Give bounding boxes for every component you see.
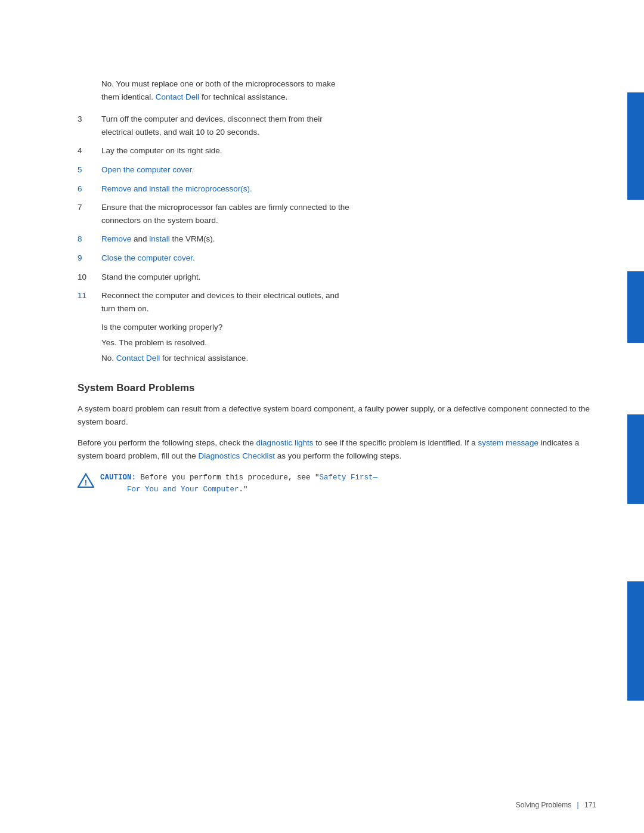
caution-icon: ! — [78, 472, 94, 489]
step-text-5: Open the computer cover. — [101, 163, 596, 176]
intro-paragraph: No. You must replace one or both of the … — [101, 78, 596, 103]
contact-dell-link-1[interactable]: Contact Dell — [156, 92, 200, 101]
qa-yes: Yes. The problem is resolved. — [101, 336, 596, 349]
step-num-9: 9 — [78, 252, 101, 265]
step-text-7: Ensure that the microprocessor fan cable… — [101, 201, 596, 227]
footer-section: Solving Problems — [516, 801, 571, 809]
sidebar-block-2 — [627, 271, 644, 343]
main-content: No. You must replace one or both of the … — [78, 78, 596, 833]
footer-page: 171 — [584, 801, 596, 809]
install-link[interactable]: install — [149, 234, 170, 243]
step-10: 10 Stand the computer upright. — [78, 271, 596, 284]
sidebar-block-3 — [627, 414, 644, 504]
system-message-link[interactable]: system message — [478, 438, 538, 447]
qa-block: Is the computer working properly? Yes. T… — [101, 321, 596, 364]
step-num-3: 3 — [78, 113, 101, 138]
close-computer-cover-link[interactable]: Close the computer cover. — [101, 253, 195, 262]
step-text-11: Reconnect the computer and devices to th… — [101, 289, 596, 315]
intro-line2-prefix: them identical. — [101, 92, 156, 101]
step-num-11: 11 — [78, 289, 101, 315]
caution-body: Before you perform this procedure, see "… — [100, 473, 377, 494]
open-computer-cover-link[interactable]: Open the computer cover. — [101, 165, 194, 174]
qa-no: No. Contact Dell for technical assistanc… — [101, 352, 596, 365]
remove-install-microprocessor-link[interactable]: Remove and install the microprocessor(s)… — [101, 184, 252, 193]
caution-label: CAUTION: — [100, 473, 136, 482]
section-para2: Before you perform the following steps, … — [78, 436, 596, 462]
step-text-8: Remove and install the VRM(s). — [101, 233, 596, 246]
intro-line2-suffix: for technical assistance. — [199, 92, 287, 101]
step-9: 9 Close the computer cover. — [78, 252, 596, 265]
sidebar-block-1 — [627, 92, 644, 200]
step-11: 11 Reconnect the computer and devices to… — [78, 289, 596, 315]
step-text-6: Remove and install the microprocessor(s)… — [101, 182, 596, 196]
diagnostic-lights-link[interactable]: diagnostic lights — [256, 438, 313, 447]
qa-question: Is the computer working properly? — [101, 321, 596, 334]
section-para1: A system board problem can result from a… — [78, 402, 596, 428]
step-num-4: 4 — [78, 144, 101, 157]
svg-text:!: ! — [85, 478, 87, 487]
page-footer: Solving Problems | 171 — [516, 801, 596, 809]
safety-first-link[interactable]: Safety First— For You and Your Computer — [100, 473, 377, 494]
step-num-5: 5 — [78, 163, 101, 176]
step-num-6: 6 — [78, 182, 101, 196]
step-3: 3 Turn off the computer and devices, dis… — [78, 113, 596, 138]
steps-list: 3 Turn off the computer and devices, dis… — [78, 113, 596, 315]
caution-box: ! CAUTION: Before you perform this proce… — [78, 472, 596, 496]
section-heading: System Board Problems — [78, 382, 596, 394]
contact-dell-link-2[interactable]: Contact Dell — [116, 354, 160, 363]
step-num-8: 8 — [78, 233, 101, 246]
step-text-3: Turn off the computer and devices, disco… — [101, 113, 596, 138]
step-7: 7 Ensure that the microprocessor fan cab… — [78, 201, 596, 227]
step-text-10: Stand the computer upright. — [101, 271, 596, 284]
qa-no-suffix: for technical assistance. — [160, 354, 248, 363]
caution-text-content: CAUTION: Before you perform this procedu… — [100, 472, 377, 496]
qa-no-prefix: No. — [101, 354, 116, 363]
step-text-4: Lay the computer on its right side. — [101, 144, 596, 157]
step-8: 8 Remove and install the VRM(s). — [78, 233, 596, 246]
step-text-9: Close the computer cover. — [101, 252, 596, 265]
step-num-7: 7 — [78, 201, 101, 227]
footer-separator: | — [577, 801, 579, 809]
step-4: 4 Lay the computer on its right side. — [78, 144, 596, 157]
intro-line1: No. You must replace one or both of the … — [101, 79, 335, 88]
step-num-10: 10 — [78, 271, 101, 284]
sidebar-block-4 — [627, 581, 644, 701]
step-5: 5 Open the computer cover. — [78, 163, 596, 176]
remove-link[interactable]: Remove — [101, 234, 131, 243]
diagnostics-checklist-link[interactable]: Diagnostics Checklist — [199, 451, 275, 460]
step-6: 6 Remove and install the microprocessor(… — [78, 182, 596, 196]
